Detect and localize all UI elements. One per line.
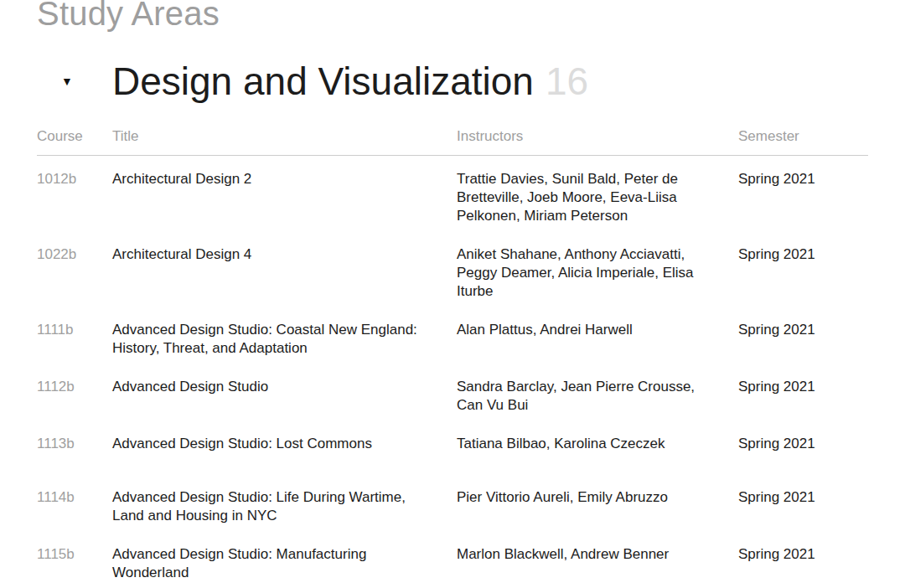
course-semester: Spring 2021	[738, 378, 868, 415]
course-instructors: Tatiana Bilbao, Karolina Czeczek	[457, 435, 738, 468]
table-row[interactable]: 1022b Architectural Design 4 Aniket Shah…	[37, 245, 868, 321]
disclosure-triangle-icon[interactable]: ▼	[37, 75, 112, 87]
course-instructors: Aniket Shahane, Anthony Acciavatti, Pegg…	[457, 245, 738, 301]
course-table: Course Title Instructors Semester 1012b …	[37, 127, 868, 588]
course-title-link[interactable]: Architectural Design 2	[112, 170, 457, 225]
course-code: 1012b	[37, 170, 112, 225]
table-row[interactable]: 1112b Advanced Design Studio Sandra Barc…	[37, 378, 868, 435]
page-title: Study Areas	[37, 0, 868, 32]
course-instructors: Trattie Davies, Sunil Bald, Peter de Bre…	[457, 170, 738, 225]
course-code: 1115b	[37, 545, 112, 582]
course-semester: Spring 2021	[738, 435, 868, 468]
section-title[interactable]: Design and Visualization 16	[112, 59, 588, 104]
course-title-link[interactable]: Advanced Design Studio: Coastal New Engl…	[112, 321, 457, 358]
course-title-link[interactable]: Advanced Design Studio: Manufacturing Wo…	[112, 545, 457, 582]
course-title-link[interactable]: Architectural Design 4	[112, 245, 457, 301]
course-title-link[interactable]: Advanced Design Studio: Lost Commons	[112, 435, 457, 468]
column-header-title: Title	[112, 127, 457, 146]
course-title-link[interactable]: Advanced Design Studio: Life During Wart…	[112, 488, 457, 525]
course-title-link[interactable]: Advanced Design Studio	[112, 378, 457, 415]
course-instructors: Sandra Barclay, Jean Pierre Crousse, Can…	[457, 378, 738, 415]
section-header: ▼ Design and Visualization 16	[37, 59, 868, 104]
column-header-course: Course	[37, 127, 112, 146]
column-header-instructors: Instructors	[457, 127, 738, 146]
course-code: 1112b	[37, 378, 112, 415]
study-areas-page: Study Areas ▼ Design and Visualization 1…	[0, 0, 905, 588]
table-row[interactable]: 1012b Architectural Design 2 Trattie Dav…	[37, 170, 868, 245]
course-semester: Spring 2021	[738, 170, 868, 225]
course-instructors: Alan Plattus, Andrei Harwell	[457, 321, 738, 358]
course-instructors: Pier Vittorio Aureli, Emily Abruzzo	[457, 488, 738, 525]
column-header-semester: Semester	[738, 127, 868, 146]
course-semester: Spring 2021	[738, 488, 868, 525]
table-row[interactable]: 1113b Advanced Design Studio: Lost Commo…	[37, 435, 868, 488]
course-semester: Spring 2021	[738, 545, 868, 582]
table-row[interactable]: 1111b Advanced Design Studio: Coastal Ne…	[37, 321, 868, 378]
course-code: 1111b	[37, 321, 112, 358]
course-instructors: Marlon Blackwell, Andrew Benner	[457, 545, 738, 582]
course-table-body: 1012b Architectural Design 2 Trattie Dav…	[37, 156, 868, 588]
course-code: 1114b	[37, 488, 112, 525]
course-semester: Spring 2021	[738, 321, 868, 358]
section-title-text: Design and Visualization	[112, 59, 534, 104]
course-code: 1113b	[37, 435, 112, 468]
section-count: 16	[546, 59, 588, 104]
course-semester: Spring 2021	[738, 245, 868, 301]
table-header-row: Course Title Instructors Semester	[37, 127, 868, 156]
table-row[interactable]: 1115b Advanced Design Studio: Manufactur…	[37, 545, 868, 588]
table-row[interactable]: 1114b Advanced Design Studio: Life Durin…	[37, 488, 868, 545]
course-code: 1022b	[37, 245, 112, 301]
